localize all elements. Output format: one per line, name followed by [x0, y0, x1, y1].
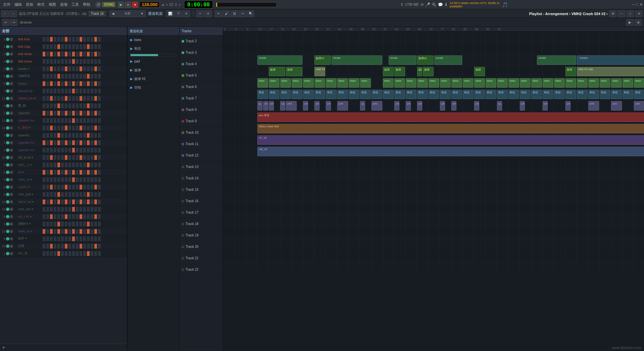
pad-cell[interactable] [46, 170, 49, 175]
pad-cell[interactable] [61, 37, 64, 42]
channel-pads[interactable] [42, 36, 127, 43]
channel-pads[interactable] [42, 176, 127, 183]
pad-cell[interactable] [61, 207, 64, 212]
pad-cell[interactable] [94, 74, 97, 79]
pad-cell[interactable] [53, 111, 57, 116]
channel-mute[interactable] [10, 75, 13, 78]
pad-cell[interactable] [42, 133, 46, 138]
pad-cell[interactable] [79, 177, 83, 182]
playlist-clip[interactable]: bass [588, 78, 599, 88]
pad-cell[interactable] [76, 214, 79, 219]
pad-cell[interactable] [53, 118, 57, 123]
zoom-tool[interactable]: 🔍 [247, 10, 254, 17]
pad-cell[interactable] [64, 88, 68, 94]
pad-cell[interactable] [57, 37, 60, 42]
pad-cell[interactable] [72, 155, 75, 160]
playlist-track-item[interactable]: Track 12 [180, 150, 223, 161]
pad-cell[interactable] [42, 147, 46, 153]
pad-cell[interactable] [72, 214, 75, 219]
pad-cell[interactable] [50, 118, 53, 123]
pad-cell[interactable] [72, 81, 75, 86]
pad-cell[interactable] [76, 111, 79, 116]
pad-cell[interactable] [61, 155, 64, 160]
playlist-track-item[interactable]: Track 20 [180, 241, 223, 253]
pad-cell[interactable] [68, 44, 71, 49]
pad-cell[interactable] [79, 59, 83, 64]
playlist-track-item[interactable]: Track 15 [180, 184, 223, 195]
pad-cell[interactable] [42, 199, 46, 205]
pad-cell[interactable] [90, 118, 94, 123]
draw-tool[interactable]: ✏ [215, 10, 222, 17]
pad-cell[interactable] [64, 140, 68, 145]
playlist-clip[interactable]: 旋律 [423, 67, 434, 76]
playlist-clip[interactable]: bass [600, 78, 610, 88]
pad-cell[interactable] [64, 192, 68, 197]
pad-cell[interactable] [42, 221, 46, 227]
pad-cell[interactable] [72, 244, 75, 249]
pad-cell[interactable] [72, 59, 75, 64]
pad-cell[interactable] [76, 66, 79, 72]
playlist-track-item[interactable]: Track 14 [180, 173, 223, 184]
pad-cell[interactable] [90, 192, 94, 197]
pad-cell[interactable] [98, 103, 101, 108]
pad-cell[interactable] [90, 184, 94, 190]
pad-cell[interactable] [98, 162, 101, 168]
pad-cell[interactable] [46, 244, 49, 249]
pad-cell[interactable] [42, 88, 46, 94]
pad-cell[interactable] [61, 162, 64, 168]
pad-cell[interactable] [61, 59, 64, 64]
pad-cell[interactable] [61, 74, 64, 79]
pad-cell[interactable] [83, 96, 86, 101]
playlist-clip[interactable]: pad [286, 101, 297, 111]
pad-cell[interactable] [42, 177, 46, 182]
pad-cell[interactable] [72, 66, 75, 72]
pad-cell[interactable] [87, 103, 90, 108]
channel-name[interactable]: VES_003 + [17, 208, 42, 211]
pad-cell[interactable] [61, 118, 64, 123]
channel-pads[interactable] [42, 125, 127, 131]
channel-name[interactable]: 808 Snare [17, 60, 42, 63]
pad-cell[interactable] [79, 111, 83, 116]
channel-pads[interactable] [42, 65, 127, 72]
channel-active[interactable] [6, 112, 9, 115]
pad-cell[interactable] [76, 59, 79, 64]
playlist-clip[interactable]: M_策 [257, 101, 262, 111]
channel-mute[interactable] [10, 178, 13, 181]
pad-cell[interactable] [42, 118, 46, 123]
pad-cell[interactable] [94, 103, 97, 108]
playlist-clip[interactable]: pad [406, 101, 411, 111]
channel-rack-arrow[interactable]: ◀ [109, 10, 117, 17]
channel-mute[interactable] [10, 148, 13, 152]
pad-cell[interactable] [98, 147, 101, 153]
channel-row[interactable]: 9 紧_拍 [0, 102, 127, 109]
pad-cell[interactable] [98, 59, 101, 64]
menu-help[interactable]: 帮助 [81, 1, 92, 8]
channel-row[interactable]: 6 Deep2 [0, 80, 127, 87]
channel-mute[interactable] [10, 134, 13, 137]
pad-cell[interactable] [83, 59, 86, 64]
channel-name[interactable]: VMH_#2 + [17, 230, 42, 233]
playlist-clip[interactable]: pad [634, 101, 644, 111]
pad-cell[interactable] [79, 199, 83, 205]
pad-cell[interactable] [79, 125, 83, 131]
channel-row[interactable]: 2 808 Clap [0, 43, 127, 50]
pad-cell[interactable] [83, 221, 86, 227]
pad-cell[interactable] [46, 155, 49, 160]
pad-cell[interactable] [98, 74, 101, 79]
playlist-clip[interactable]: 旋律 [417, 67, 422, 76]
pad-cell[interactable] [57, 111, 60, 116]
channel-active[interactable] [6, 75, 9, 78]
pad-cell[interactable] [50, 44, 53, 49]
playlist-clip[interactable]: 和弦 [577, 90, 588, 99]
pad-cell[interactable] [90, 155, 94, 160]
pad-cell[interactable] [98, 37, 101, 42]
pad-cell[interactable] [64, 133, 68, 138]
channel-active[interactable] [6, 230, 9, 233]
rack-btn-2[interactable]: ⠿ [175, 10, 182, 17]
playlist-clip[interactable]: kick 梦鼓 [257, 113, 644, 122]
channel-pads[interactable] [42, 169, 127, 176]
pad-cell[interactable] [87, 162, 90, 168]
pad-cell[interactable] [57, 59, 60, 64]
pad-cell[interactable] [87, 88, 90, 94]
pad-cell[interactable] [76, 51, 79, 57]
